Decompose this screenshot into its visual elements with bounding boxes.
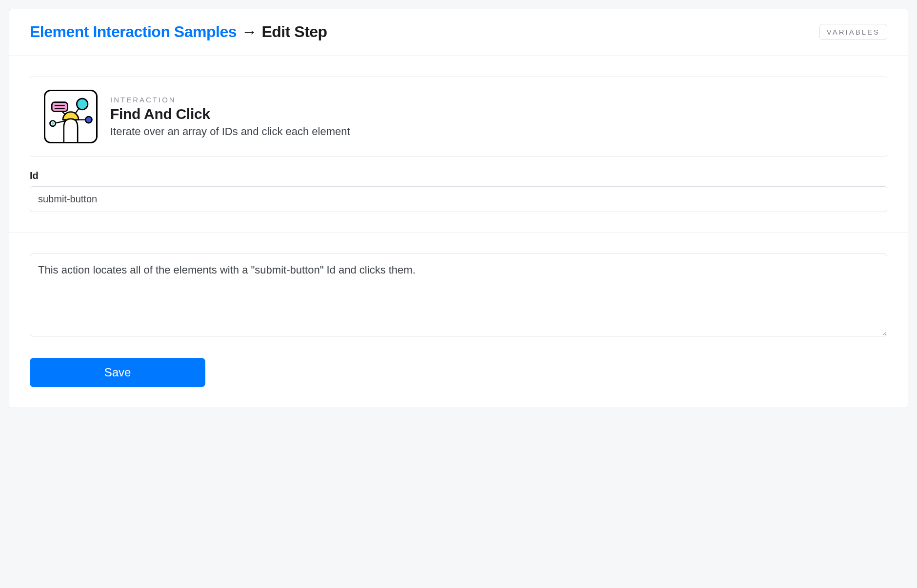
section-divider [9, 233, 908, 233]
interaction-nodes-icon [44, 90, 98, 143]
page-header: Element Interaction Samples → Edit Step … [9, 9, 908, 56]
arrow-right-icon: → [241, 23, 257, 41]
svg-rect-4 [52, 102, 67, 112]
svg-point-7 [77, 98, 88, 110]
id-field-label: Id [30, 170, 887, 181]
svg-point-8 [85, 117, 92, 123]
card-overline: INTERACTION [110, 96, 350, 104]
breadcrumb-link[interactable]: Element Interaction Samples [30, 23, 237, 41]
save-button[interactable]: Save [30, 358, 205, 387]
svg-point-10 [52, 122, 54, 125]
breadcrumb: Element Interaction Samples → Edit Step [30, 23, 327, 41]
variables-button[interactable]: VARIABLES [819, 24, 887, 40]
interaction-card: INTERACTION Find And Click Iterate over … [30, 77, 887, 157]
description-textarea[interactable] [30, 254, 887, 336]
id-input[interactable] [30, 186, 887, 212]
page-body: INTERACTION Find And Click Iterate over … [9, 56, 908, 408]
interaction-card-text: INTERACTION Find And Click Iterate over … [110, 96, 350, 138]
breadcrumb-current: Edit Step [261, 23, 327, 41]
page-container: Element Interaction Samples → Edit Step … [9, 9, 908, 408]
card-description: Iterate over an array of IDs and click e… [110, 125, 350, 138]
card-title: Find And Click [110, 106, 350, 122]
